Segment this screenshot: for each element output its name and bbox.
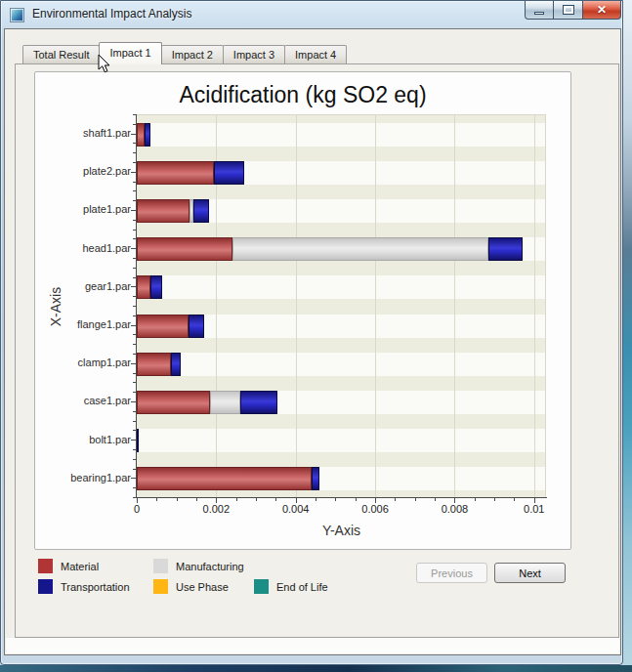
app-window: Environmental Impact Analysis ✕ Total Re… [0, 0, 623, 665]
maximize-icon [564, 6, 573, 14]
y-minor-tick [133, 143, 136, 144]
y-minor-tick [133, 152, 136, 153]
window-client-area: Total ResultImpact 1Impact 2Impact 3Impa… [4, 28, 621, 655]
y-minor-tick [133, 421, 136, 422]
y-minor-tick [133, 449, 136, 450]
x-tick-label: 0.004 [272, 503, 320, 515]
tab-impact-4[interactable]: Impact 4 [284, 45, 347, 63]
y-minor-tick [133, 373, 136, 374]
desktop-background: Environmental Impact Analysis ✕ Total Re… [0, 0, 632, 672]
next-button[interactable]: Next [494, 563, 566, 583]
y-minor-tick [133, 459, 136, 460]
legend-swatch-material [38, 559, 53, 573]
category-label: bearing1.par [35, 459, 131, 497]
legend-item-material: Material [38, 559, 99, 573]
maximize-button[interactable] [554, 1, 582, 20]
gridline [454, 115, 455, 497]
chart-panel: Acidification (kg SO2 eq) X-Axis Y-Axis … [34, 71, 571, 550]
category-label: bolt1.par [35, 421, 131, 459]
legend-label: Transportation [61, 581, 130, 593]
minimize-button[interactable] [525, 1, 554, 20]
y-minor-tick [133, 162, 136, 163]
tab-impact-3[interactable]: Impact 3 [223, 45, 285, 63]
x-tick-label: 0.01 [510, 503, 559, 515]
row-band [137, 353, 545, 376]
y-minor-tick [133, 114, 136, 115]
tab-bar: Total ResultImpact 1Impact 2Impact 3Impa… [22, 42, 346, 64]
x-minor-tick [156, 498, 157, 501]
category-label: clamp1.par [35, 344, 131, 382]
y-major-tick [131, 210, 136, 211]
y-minor-tick [133, 190, 136, 191]
category-label: head1.par [35, 230, 131, 268]
x-minor-tick [514, 498, 515, 501]
y-minor-tick [133, 469, 136, 470]
minimize-icon [534, 12, 544, 15]
app-icon [10, 8, 24, 22]
x-minor-tick [494, 498, 495, 501]
y-major-tick [131, 478, 136, 479]
x-minor-tick [275, 498, 276, 501]
previous-button[interactable]: Previous [416, 563, 487, 583]
row-band [137, 123, 545, 147]
y-minor-tick [133, 200, 136, 201]
y-minor-tick [133, 124, 136, 125]
close-button[interactable]: ✕ [582, 1, 621, 20]
y-minor-tick [133, 258, 136, 259]
bar-segment-material [137, 315, 189, 338]
y-minor-tick [133, 344, 136, 345]
y-axis-line [136, 114, 137, 498]
legend-swatch-transportation [38, 579, 53, 594]
legend-swatch-use-phase [153, 579, 168, 594]
y-major-tick [131, 440, 136, 441]
x-tick-label: 0.006 [351, 503, 400, 515]
y-minor-tick [133, 392, 136, 393]
y-minor-tick [133, 268, 136, 269]
titlebar[interactable]: Environmental Impact Analysis ✕ [1, 1, 622, 28]
legend-label: Use Phase [176, 581, 229, 593]
y-minor-tick [133, 277, 136, 278]
legend-label: End of Life [276, 581, 328, 593]
bar-segment-manufacturing [232, 237, 488, 261]
bar-segment-material [137, 237, 232, 261]
y-major-tick [131, 325, 136, 326]
bar-segment-transportation [193, 199, 209, 223]
gridline [296, 115, 297, 497]
y-minor-tick [133, 334, 136, 335]
legend-item-use-phase: Use Phase [153, 579, 229, 594]
bar-segment-material [137, 275, 150, 299]
y-minor-tick [133, 315, 136, 316]
window-controls: ✕ [525, 1, 621, 20]
gridline [534, 115, 535, 497]
tab-total-result[interactable]: Total Result [22, 45, 100, 63]
y-major-tick [131, 286, 136, 287]
x-tick-label: 0.002 [191, 503, 240, 515]
x-minor-tick [415, 498, 416, 501]
bar-segment-material [137, 467, 312, 490]
y-major-tick [131, 363, 136, 364]
y-minor-tick [133, 411, 136, 412]
bar-segment-transportation [488, 237, 523, 261]
mouse-cursor [98, 54, 111, 74]
legend-item-transportation: Transportation [38, 579, 130, 594]
y-minor-tick [133, 182, 136, 183]
bar-segment-material [137, 353, 171, 376]
legend-label: Material [61, 561, 99, 572]
tab-impact-2[interactable]: Impact 2 [161, 45, 224, 63]
y-minor-tick [133, 238, 136, 239]
plot-area [137, 114, 546, 497]
category-label: plate2.par [35, 152, 131, 190]
x-minor-tick [335, 498, 336, 501]
bar-segment-material [137, 391, 210, 414]
legend-item-end-of-life: End of Life [254, 579, 328, 594]
y-minor-tick [133, 497, 136, 498]
x-minor-tick [256, 498, 257, 501]
y-minor-tick [133, 220, 136, 221]
bar-segment-material [137, 123, 145, 147]
bar-segment-transportation [312, 467, 319, 490]
gridline [375, 115, 376, 497]
bar-segment-transportation [137, 429, 139, 452]
bar-segment-material [137, 199, 190, 223]
y-minor-tick [133, 382, 136, 383]
horizontal-axis-label: Y-Axis [137, 523, 546, 538]
